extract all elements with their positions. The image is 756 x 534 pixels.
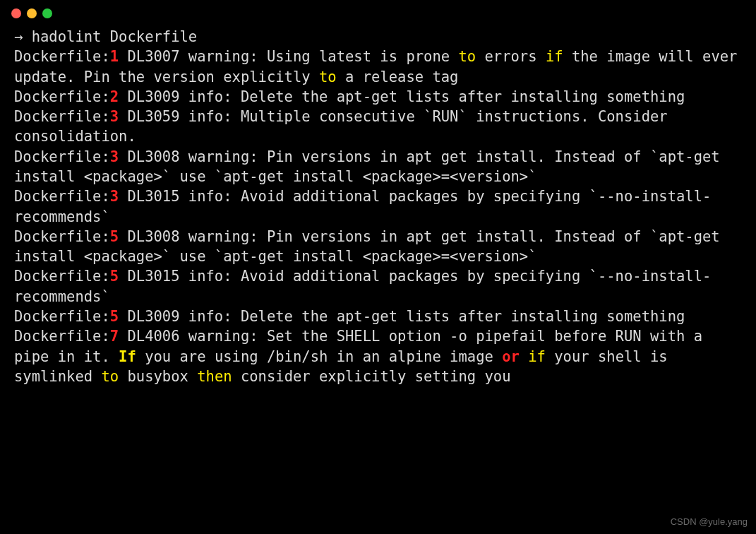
keyword-if: if — [546, 48, 563, 65]
lint-line: Dockerfile:2 DL3009 info: Delete the apt… — [14, 87, 742, 107]
file-label: Dockerfile: — [14, 48, 110, 65]
keyword-if-cap: If — [119, 348, 136, 365]
file-label: Dockerfile: — [14, 108, 110, 125]
line-number: 5 — [110, 268, 119, 285]
lint-line: Dockerfile:5 DL3008 warning: Pin version… — [14, 227, 742, 267]
msg-part: errors — [476, 48, 546, 65]
watermark: CSDN @yule.yang — [671, 516, 748, 528]
line-number: 2 — [110, 88, 119, 105]
command-text: hadolint Dockerfile — [32, 28, 198, 45]
terminal-window: → hadolint DockerfileDockerfile:1 DL3007… — [0, 0, 756, 534]
msg-part: DL3009 info: Delete the apt-get lists af… — [119, 88, 685, 105]
msg-part: DL3007 warning: Using latest is prone — [119, 48, 458, 65]
prompt-line: → hadolint Dockerfile — [14, 27, 742, 47]
keyword-or: or — [502, 348, 520, 365]
msg-part: DL3009 info: Delete the apt-get lists af… — [119, 308, 685, 325]
lint-line: Dockerfile:5 DL3015 info: Avoid addition… — [14, 266, 742, 307]
keyword-if: if — [528, 348, 546, 365]
lint-line: Dockerfile:1 DL3007 warning: Using lates… — [14, 47, 742, 87]
keyword-to: to — [458, 48, 476, 65]
lint-line: Dockerfile:3 DL3059 info: Multiple conse… — [14, 107, 742, 147]
titlebar — [0, 8, 756, 27]
file-label: Dockerfile: — [14, 148, 110, 165]
close-icon[interactable] — [11, 8, 21, 18]
line-number: 3 — [110, 108, 119, 125]
file-label: Dockerfile: — [14, 188, 110, 205]
lint-line: Dockerfile:7 DL4006 warning: Set the SHE… — [14, 326, 742, 386]
msg-part: busybox — [119, 368, 197, 385]
lint-line: Dockerfile:3 DL3008 warning: Pin version… — [14, 147, 742, 187]
keyword-to: to — [319, 69, 337, 85]
terminal-output[interactable]: → hadolint DockerfileDockerfile:1 DL3007… — [0, 27, 756, 386]
file-label: Dockerfile: — [14, 328, 110, 345]
msg-part: consider explicitly setting you — [232, 368, 511, 385]
line-number: 7 — [110, 328, 119, 345]
line-number: 5 — [110, 228, 119, 245]
file-label: Dockerfile: — [14, 228, 110, 245]
lint-line: Dockerfile:3 DL3015 info: Avoid addition… — [14, 186, 742, 227]
msg-part: DL3008 warning: Pin versions in apt get … — [14, 148, 728, 185]
lint-line: Dockerfile:5 DL3009 info: Delete the apt… — [14, 307, 742, 326]
msg-part: DL3008 warning: Pin versions in apt get … — [14, 228, 728, 265]
msg-part: DL3015 info: Avoid additional packages b… — [14, 188, 711, 225]
line-number: 5 — [110, 308, 119, 325]
line-number: 3 — [110, 188, 119, 205]
keyword-to: to — [101, 368, 119, 385]
maximize-icon[interactable] — [42, 8, 52, 18]
minimize-icon[interactable] — [27, 8, 37, 18]
keyword-then: then — [197, 368, 232, 385]
line-number: 1 — [110, 48, 119, 65]
prompt-arrow-icon: → — [14, 28, 32, 45]
file-label: Dockerfile: — [14, 268, 110, 285]
msg-part: a release tag — [337, 69, 459, 85]
msg-part: you are using /bin/sh in an alpine image — [136, 348, 502, 365]
msg-part — [520, 348, 528, 365]
file-label: Dockerfile: — [14, 88, 110, 105]
line-number: 3 — [110, 148, 119, 165]
msg-part: DL3015 info: Avoid additional packages b… — [14, 268, 711, 304]
file-label: Dockerfile: — [14, 308, 110, 325]
